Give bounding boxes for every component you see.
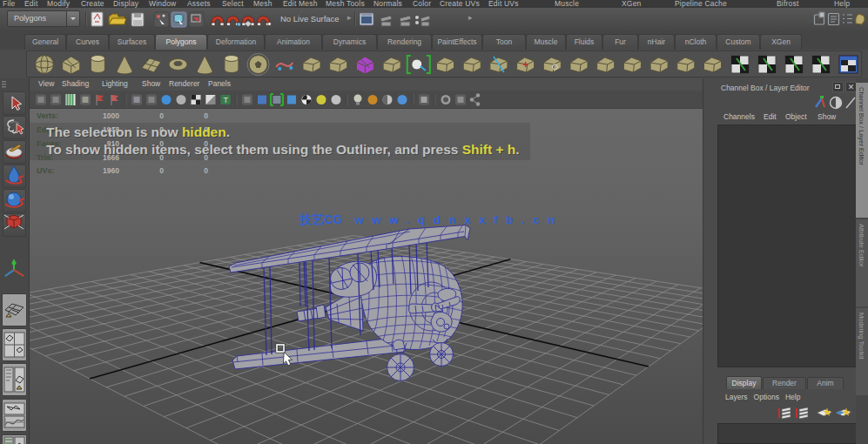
svg-text:T: T (224, 96, 229, 104)
